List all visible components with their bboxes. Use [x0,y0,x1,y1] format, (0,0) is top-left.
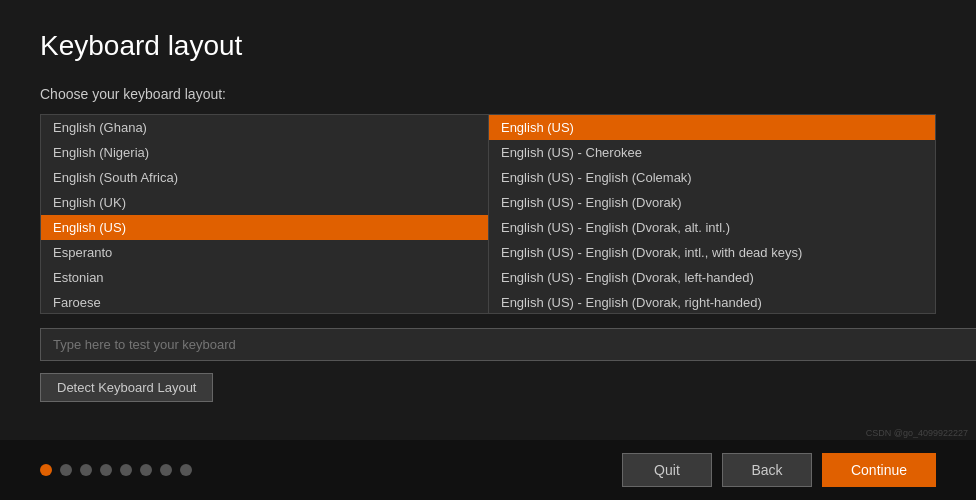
progress-dot [80,464,92,476]
list-item[interactable]: English (South Africa) [41,165,488,190]
nav-buttons: Quit Back Continue [622,453,936,487]
progress-dot [120,464,132,476]
variant-list[interactable]: English (US)English (US) - CherokeeEngli… [488,114,936,314]
list-item[interactable]: English (UK) [41,190,488,215]
keyboard-lists: English (Ghana)English (Nigeria)English … [40,114,936,314]
list-item[interactable]: English (US) - English (Dvorak, intl., w… [489,240,935,265]
quit-button[interactable]: Quit [622,453,712,487]
list-item[interactable]: English (US) - English (Dvorak, left-han… [489,265,935,290]
progress-dot [160,464,172,476]
progress-dot [40,464,52,476]
list-item[interactable]: English (Ghana) [41,115,488,140]
progress-dot [140,464,152,476]
list-item[interactable]: English (US) - English (Colemak) [489,165,935,190]
detect-layout-button[interactable]: Detect Keyboard Layout [40,373,213,402]
continue-button[interactable]: Continue [822,453,936,487]
language-list[interactable]: English (Ghana)English (Nigeria)English … [40,114,488,314]
list-item[interactable]: English (US) [41,215,488,240]
back-button[interactable]: Back [722,453,812,487]
watermark: CSDN @go_4099922227 [866,428,968,438]
list-item[interactable]: English (US) [489,115,935,140]
bottom-bar: Quit Back Continue [0,440,976,500]
main-content: Keyboard layout Choose your keyboard lay… [0,0,976,422]
keyboard-test-input[interactable] [40,328,976,361]
page-title: Keyboard layout [40,30,936,62]
list-item[interactable]: English (US) - English (Dvorak, alt. int… [489,215,935,240]
progress-dot [180,464,192,476]
list-item[interactable]: English (US) - English (Dvorak) [489,190,935,215]
list-item[interactable]: English (US) - English (Dvorak, right-ha… [489,290,935,314]
progress-dots [40,464,192,476]
progress-dot [100,464,112,476]
list-item[interactable]: English (Nigeria) [41,140,488,165]
progress-dot [60,464,72,476]
list-item[interactable]: Faroese [41,290,488,314]
list-item[interactable]: Esperanto [41,240,488,265]
subtitle: Choose your keyboard layout: [40,86,936,102]
list-item[interactable]: Estonian [41,265,488,290]
list-item[interactable]: English (US) - Cherokee [489,140,935,165]
